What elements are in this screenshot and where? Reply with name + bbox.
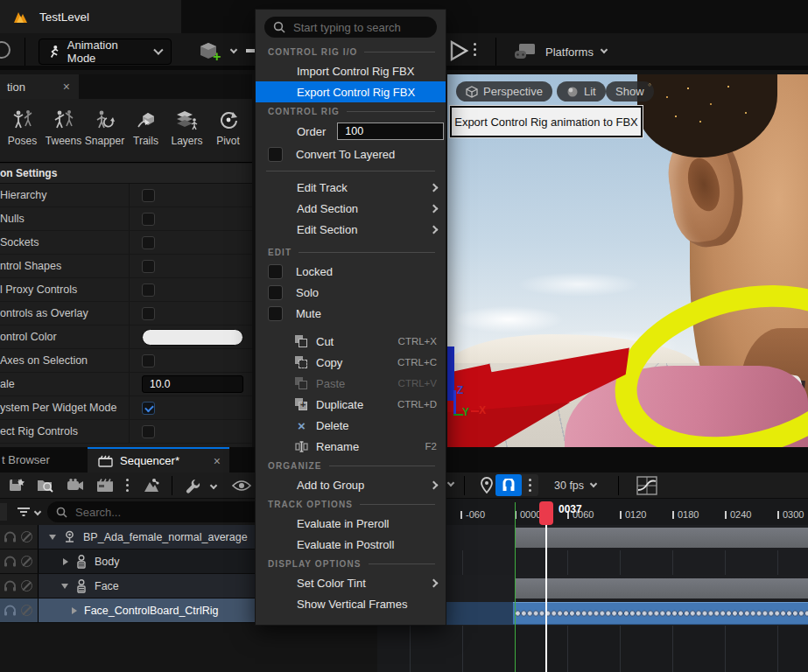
submenu-arrow-icon [430, 225, 439, 234]
close-icon[interactable]: × [214, 455, 221, 467]
chevron-down-icon[interactable] [210, 481, 217, 488]
sequencer-options-kebab[interactable] [126, 479, 129, 492]
playhead-marker[interactable] [539, 501, 553, 525]
mute-icon[interactable] [21, 605, 32, 616]
tool-trails[interactable]: Trails [125, 108, 166, 162]
checkbox[interactable] [268, 285, 283, 300]
menu-item-set-color-tint[interactable]: Set Color Tint [256, 572, 446, 593]
add-actor-button[interactable]: + [198, 40, 236, 63]
menu-item-evaluate-preroll[interactable]: Evaluate in Preroll [256, 513, 446, 534]
menu-item-evaluate-postroll[interactable]: Evaluate in Postroll [256, 534, 446, 555]
playhead-line[interactable] [545, 522, 547, 672]
tool-tweens[interactable]: Tweens [43, 108, 84, 162]
checkbox[interactable] [142, 213, 155, 226]
snap-options-kebab[interactable] [522, 479, 538, 492]
checkbox[interactable] [142, 284, 155, 297]
menu-item-solo[interactable]: Solo [256, 282, 446, 303]
checkbox[interactable] [142, 307, 155, 320]
scale-input[interactable] [142, 375, 243, 393]
close-icon[interactable]: × [63, 80, 70, 93]
animation-settings-list: Hierarchy Nulls Sockets ntrol Shapes l P… [0, 184, 252, 447]
checkbox[interactable] [142, 425, 155, 438]
solo-headphones-icon[interactable] [4, 531, 17, 542]
menu-item-locked[interactable]: Locked [256, 261, 446, 282]
eye-icon[interactable] [232, 480, 251, 492]
checkbox-checked[interactable] [142, 402, 155, 415]
menu-search[interactable] [264, 17, 437, 38]
menu-item-duplicate[interactable]: DuplicateCTRL+D [256, 394, 446, 415]
viewport[interactable]: Z Y X Perspective Lit Show Export Contro… [447, 74, 808, 447]
menu-item-convert-to-layered[interactable]: Convert To Layered [256, 143, 446, 165]
play-options-kebab[interactable] [474, 43, 476, 56]
section-band-face[interactable] [515, 578, 808, 598]
menu-search-input[interactable] [292, 20, 423, 35]
menu-item-paste[interactable]: PasteCTRL+V [256, 373, 446, 394]
perspective-dropdown[interactable]: Perspective [456, 81, 552, 102]
expand-arrow-icon[interactable] [49, 535, 56, 540]
editor-mode-dropdown[interactable]: Animation Mode [39, 38, 172, 65]
color-swatch[interactable] [142, 329, 243, 346]
solo-headphones-icon[interactable] [4, 580, 17, 592]
filter-icon[interactable] [17, 507, 31, 517]
partial-toolbar-icon[interactable] [246, 49, 255, 52]
tool-pivot[interactable]: Pivot [207, 108, 249, 162]
solo-headphones-icon[interactable] [4, 605, 17, 616]
checkbox[interactable] [142, 189, 155, 202]
checkbox[interactable] [142, 260, 155, 273]
show-dropdown[interactable]: Show [606, 81, 654, 102]
render-movie-icon[interactable] [96, 479, 114, 493]
chevron-down-icon[interactable] [34, 508, 41, 515]
menu-item-cut[interactable]: CutCTRL+X [256, 331, 446, 352]
fps-dropdown[interactable]: 30 fps [554, 480, 596, 492]
collapse-arrow-icon[interactable] [72, 607, 77, 614]
menu-item-rename[interactable]: RenameF2 [256, 436, 446, 457]
menu-item-copy[interactable]: CopyCTRL+C [256, 352, 446, 373]
snap-magnet-toggle[interactable] [495, 474, 522, 496]
checkbox[interactable] [142, 354, 155, 368]
content-browser-tab[interactable]: t Browser [0, 453, 50, 466]
sequencer-search-input[interactable] [74, 505, 231, 520]
browse-icon[interactable] [0, 41, 11, 59]
mute-icon[interactable] [21, 580, 32, 592]
menu-item-edit-section[interactable]: Edit Section [256, 219, 446, 240]
animation-tab[interactable]: tion × [0, 74, 79, 99]
curve-editor-icon[interactable] [636, 476, 657, 495]
level-tab[interactable]: TestLevel [0, 0, 181, 33]
menu-item-add-to-group[interactable]: Add to Group [256, 474, 446, 495]
keyframe-pin-icon[interactable] [480, 477, 494, 494]
play-button[interactable] [448, 39, 469, 62]
checkbox[interactable] [268, 147, 283, 162]
save-icon[interactable] [9, 478, 25, 494]
menu-item-import-fbx[interactable]: Import Control Rig FBX [256, 60, 446, 81]
chevron-down-icon[interactable] [447, 480, 454, 486]
lit-dropdown[interactable]: Lit [557, 81, 606, 102]
keyframe-dots[interactable] [515, 608, 808, 620]
find-in-browser-icon[interactable] [37, 478, 54, 494]
collapse-arrow-icon[interactable] [63, 558, 68, 565]
menu-item-delete[interactable]: × Delete [256, 415, 446, 436]
tool-snapper[interactable]: Snapper [84, 108, 125, 162]
ctrlrig-section-band[interactable] [513, 602, 808, 625]
checkbox[interactable] [268, 264, 283, 279]
hierarchy-icon[interactable] [141, 478, 160, 494]
section-band-bp-ada[interactable] [515, 528, 808, 548]
menu-item-edit-track[interactable]: Edit Track [256, 177, 446, 198]
mute-icon[interactable] [21, 531, 32, 542]
tool-poses[interactable]: Poses [2, 108, 43, 162]
menu-item-mute[interactable]: Mute [256, 303, 446, 324]
tool-layers[interactable]: Layers [166, 108, 207, 162]
menu-separator [266, 171, 435, 172]
settings-wrench-icon[interactable] [184, 477, 201, 494]
menu-item-export-fbx[interactable]: Export Control Rig FBX [256, 81, 446, 102]
platforms-dropdown[interactable]: Platforms [513, 42, 607, 61]
solo-headphones-icon[interactable] [4, 556, 17, 567]
checkbox[interactable] [268, 306, 283, 321]
menu-item-add-section[interactable]: Add Section [256, 198, 446, 219]
mute-icon[interactable] [21, 556, 32, 567]
checkbox[interactable] [142, 236, 155, 249]
camera-icon[interactable] [67, 479, 84, 493]
order-input[interactable] [337, 122, 444, 140]
sequencer-tab[interactable]: Sequencer* × [88, 447, 229, 472]
expand-arrow-icon[interactable] [61, 584, 68, 589]
menu-item-show-vertical-frames[interactable]: Show Vertical Frames [256, 593, 446, 614]
